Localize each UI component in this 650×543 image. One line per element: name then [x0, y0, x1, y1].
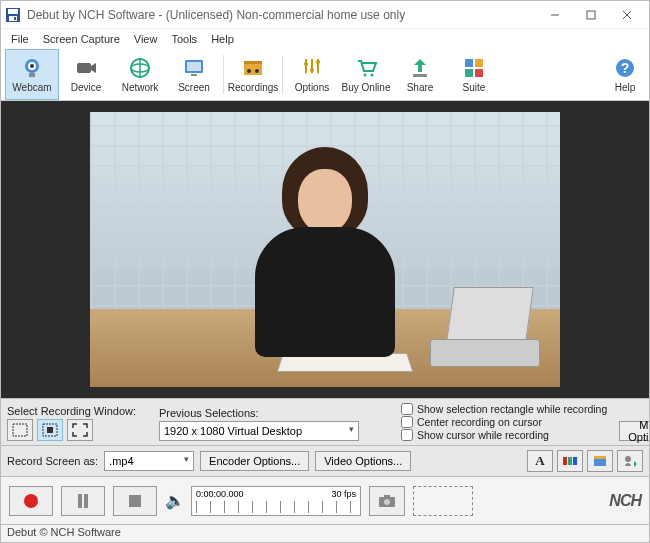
toolbar-recordings[interactable]: Recordings — [226, 49, 280, 100]
main-toolbar: Webcam Device Network Screen Recordings … — [1, 49, 649, 101]
svg-rect-12 — [77, 63, 91, 73]
toolbar-network[interactable]: Network — [113, 49, 167, 100]
minimize-button[interactable] — [537, 3, 573, 27]
menu-tools[interactable]: Tools — [165, 31, 203, 47]
options-icon — [300, 56, 324, 80]
toolbar-help-label: Help — [615, 82, 636, 93]
select-rectangle-button[interactable] — [7, 419, 33, 441]
svg-rect-5 — [587, 11, 595, 19]
svg-rect-45 — [84, 494, 88, 508]
select-window-label: Select Recording Window: — [7, 405, 147, 417]
suite-icon — [462, 56, 486, 80]
format-dropdown[interactable]: .mp4 — [104, 451, 194, 471]
toolbar-buy-online[interactable]: Buy Online — [339, 49, 393, 100]
effects-button[interactable] — [587, 450, 613, 472]
svg-rect-40 — [573, 457, 577, 465]
toolbar-recordings-label: Recordings — [228, 82, 279, 93]
nch-logo: NCH — [609, 492, 641, 510]
record-button[interactable] — [9, 486, 53, 516]
record-icon — [24, 494, 38, 508]
svg-rect-37 — [47, 427, 53, 433]
svg-point-26 — [364, 74, 367, 77]
select-window-button[interactable] — [37, 419, 63, 441]
chk-show-rect[interactable]: Show selection rectangle while recording — [401, 403, 607, 415]
svg-rect-48 — [384, 495, 390, 498]
menu-view[interactable]: View — [128, 31, 164, 47]
video-options-button[interactable]: Video Options... — [315, 451, 411, 471]
maximize-button[interactable] — [573, 3, 609, 27]
svg-rect-31 — [465, 69, 473, 77]
more-options-button[interactable]: More Options... — [619, 421, 650, 441]
encoder-options-button[interactable]: Encoder Options... — [200, 451, 309, 471]
svg-rect-30 — [475, 59, 483, 67]
svg-rect-20 — [244, 61, 262, 64]
select-fullscreen-button[interactable] — [67, 419, 93, 441]
menu-bar: File Screen Capture View Tools Help — [1, 29, 649, 49]
svg-point-27 — [371, 74, 374, 77]
cart-icon — [354, 56, 378, 80]
toolbar-suite-label: Suite — [463, 82, 486, 93]
toolbar-device[interactable]: Device — [59, 49, 113, 100]
speaker-icon[interactable]: 🔈 — [165, 491, 183, 510]
pause-button[interactable] — [61, 486, 105, 516]
svg-point-43 — [625, 456, 631, 462]
toolbar-buy-label: Buy Online — [342, 82, 391, 93]
status-text: Debut © NCH Software — [7, 526, 121, 538]
toolbar-share-label: Share — [407, 82, 434, 93]
toolbar-webcam[interactable]: Webcam — [5, 49, 59, 100]
svg-rect-42 — [594, 456, 606, 459]
timeline[interactable]: 0:00:00.00030 fps — [191, 486, 361, 516]
menu-file[interactable]: File — [5, 31, 35, 47]
camera-icon — [378, 494, 396, 508]
watermark-button[interactable] — [617, 450, 643, 472]
window-title: Debut by NCH Software - (Unlicensed) Non… — [27, 8, 405, 22]
toolbar-options-label: Options — [295, 82, 329, 93]
text-overlay-button[interactable]: A — [527, 450, 553, 472]
timecode: 0:00:00.000 — [196, 489, 244, 499]
toolbar-suite[interactable]: Suite — [447, 49, 501, 100]
device-icon — [74, 56, 98, 80]
svg-rect-17 — [187, 62, 201, 71]
screen-icon — [182, 56, 206, 80]
svg-point-24 — [310, 68, 314, 72]
menu-help[interactable]: Help — [205, 31, 240, 47]
save-icon — [5, 7, 21, 23]
color-adjust-button[interactable] — [557, 450, 583, 472]
previous-selections-dropdown[interactable]: 1920 x 1080 Virtual Desktop — [159, 421, 359, 441]
toolbar-options[interactable]: Options — [285, 49, 339, 100]
status-bar: Debut © NCH Software — [1, 524, 649, 542]
svg-point-49 — [384, 499, 390, 505]
toolbar-screen-label: Screen — [178, 82, 210, 93]
chk-show-cursor[interactable]: Show cursor while recording — [401, 429, 607, 441]
svg-rect-3 — [14, 17, 16, 20]
fps-label: 30 fps — [331, 489, 356, 499]
snapshot-button[interactable] — [369, 486, 405, 516]
svg-rect-1 — [8, 9, 18, 14]
svg-rect-28 — [413, 74, 427, 77]
svg-rect-32 — [475, 69, 483, 77]
toolbar-screen[interactable]: Screen — [167, 49, 221, 100]
selection-panel: Select Recording Window: Previous Select… — [1, 398, 649, 445]
toolbar-help[interactable]: ? Help — [605, 49, 645, 100]
svg-rect-46 — [129, 495, 141, 507]
webcam-icon — [20, 56, 44, 80]
svg-text:?: ? — [621, 60, 630, 76]
recordings-icon — [241, 56, 265, 80]
close-button[interactable] — [609, 3, 645, 27]
chk-center-cursor[interactable]: Center recording on cursor — [401, 416, 607, 428]
toolbar-share[interactable]: Share — [393, 49, 447, 100]
menu-screen-capture[interactable]: Screen Capture — [37, 31, 126, 47]
stop-button[interactable] — [113, 486, 157, 516]
help-icon: ? — [613, 56, 637, 80]
title-bar: Debut by NCH Software - (Unlicensed) Non… — [1, 1, 649, 29]
svg-rect-38 — [563, 457, 567, 465]
previous-selections-label: Previous Selections: — [159, 407, 359, 419]
share-icon — [408, 56, 432, 80]
transport-bar: 🔈 0:00:00.00030 fps NCH — [1, 476, 649, 524]
svg-rect-44 — [78, 494, 82, 508]
record-as-label: Record Screen as: — [7, 455, 98, 467]
svg-rect-11 — [29, 73, 35, 77]
format-panel: Record Screen as: .mp4 Encoder Options..… — [1, 445, 649, 476]
svg-point-25 — [316, 60, 320, 64]
overlay-preview-box — [413, 486, 473, 516]
